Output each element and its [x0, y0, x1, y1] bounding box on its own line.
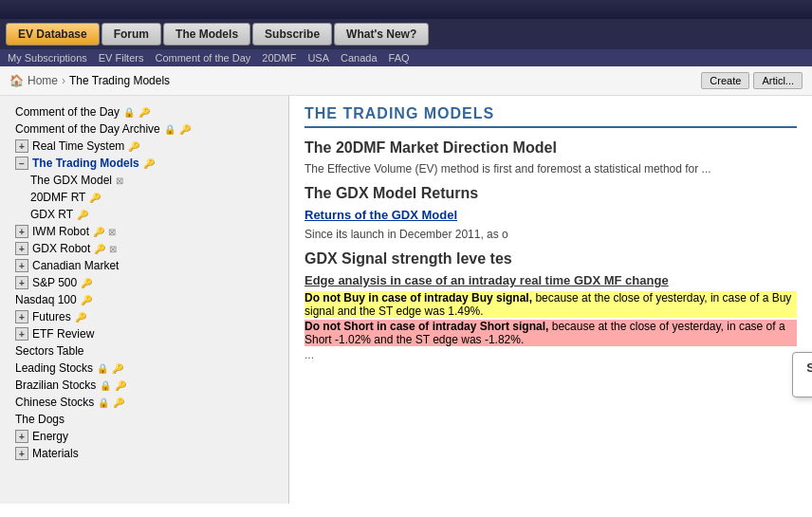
section3-title: GDX Signal strength leve tes — [304, 250, 797, 268]
key-icon-trading-models: 🔑 — [143, 158, 155, 169]
sidebar-canadian-label: Canadian Market — [32, 259, 119, 272]
key-icon-1: 🔑 — [179, 124, 191, 135]
key-icon-real-time: 🔑 — [128, 141, 139, 152]
sidebar-leading-label: Leading Stocks — [15, 361, 93, 375]
expand-icon-real-time: + — [15, 139, 28, 153]
sub-nav: My Subscriptions EV Filters Comment of t… — [0, 49, 812, 66]
sidebar-item-brazilian-stocks[interactable]: Brazilian Stocks 🔒 🔑 — [0, 377, 288, 394]
key-icon-gdx-robot: 🔑 — [94, 244, 105, 254]
key-icon-iwm: 🔑 — [93, 227, 104, 237]
nav-whats-new[interactable]: What's New? — [334, 23, 429, 46]
sub-nav-20dmf[interactable]: 20DMF — [262, 52, 296, 64]
sidebar-archive-label: Comment of the Day Archive — [15, 122, 160, 136]
expand-icon-futures: + — [15, 310, 28, 323]
sidebar-trading-models-label: The Trading Models — [32, 157, 139, 170]
sidebar-item-the-dogs[interactable]: The Dogs — [0, 411, 288, 428]
sidebar-item-iwm-robot[interactable]: + IWM Robot 🔑 ⊠ — [0, 223, 288, 240]
nav-ev-database[interactable]: EV Database — [6, 23, 100, 46]
sidebar-item-sectors-table[interactable]: Sectors Table — [0, 342, 288, 360]
key-icon-20dmf: 🔑 — [89, 193, 101, 203]
sidebar-item-nasdaq[interactable]: Nasdaq 100 🔑 — [0, 291, 288, 308]
key-icon-brazilian: 🔑 — [115, 380, 126, 391]
sidebar-item-etf-review[interactable]: + ETF Review — [0, 325, 288, 342]
sidebar-brazilian-label: Brazilian Stocks — [15, 379, 96, 392]
highlight-short: Do not Short in case of intraday Short s… — [304, 320, 797, 346]
home-icon: 🏠 — [9, 74, 24, 87]
ellipsis-text: ... — [304, 348, 797, 361]
section2-text: Since its launch in December 2011, as o — [304, 228, 797, 241]
sidebar-materials-label: Materials — [32, 447, 79, 460]
sidebar-item-real-time[interactable]: + Real Time System 🔑 — [0, 138, 288, 155]
sub-nav-canada[interactable]: Canada — [341, 52, 378, 64]
section2-link[interactable]: Returns of the GDX Model — [304, 208, 457, 222]
expand-icon-iwm: + — [15, 225, 28, 238]
sidebar-etf-label: ETF Review — [32, 327, 94, 341]
breadcrumb-home[interactable]: Home — [28, 74, 58, 87]
expand-icon-sp500: + — [15, 276, 28, 289]
nav-subscribe[interactable]: Subscribe — [252, 23, 332, 46]
sub-nav-comment-of-the-day[interactable]: Comment of the Day — [155, 52, 250, 64]
highlight-short-bold: Do not Short in case of intraday Short s… — [304, 320, 548, 333]
main-layout: Comment of the Day 🔒 🔑 Comment of the Da… — [0, 96, 812, 504]
sub-nav-usa[interactable]: USA — [307, 52, 329, 64]
gdx-icon: ⊠ — [116, 175, 123, 186]
key-icon-gdx-rt: 🔑 — [77, 210, 88, 220]
sidebar-item-materials[interactable]: + Materials — [0, 445, 288, 462]
lock-icon-0: 🔒 — [123, 107, 135, 118]
sub-nav-my-subscriptions[interactable]: My Subscriptions — [8, 52, 87, 64]
expand-icon-canadian: + — [15, 259, 28, 272]
expand-icon-gdx-robot: + — [15, 242, 28, 255]
sidebar-item-20dmf-rt[interactable]: 20DMF RT 🔑 — [0, 189, 288, 206]
collapse-icon-trading-models: − — [15, 157, 28, 170]
tooltip-text: Strength of March 28's close — [806, 360, 812, 389]
sidebar-sectors-label: Sectors Table — [15, 344, 84, 358]
sub-nav-faq[interactable]: FAQ — [389, 52, 410, 64]
content-area: Strength of March 28's close ↙ THE TRADI… — [289, 96, 812, 504]
sidebar-sp500-label: S&P 500 — [32, 276, 77, 289]
breadcrumb: 🏠 Home › The Trading Models Create Artic… — [0, 66, 812, 96]
sidebar-item-gdx-robot[interactable]: + GDX Robot 🔑 ⊠ — [0, 240, 288, 257]
key-icon-chinese: 🔑 — [113, 397, 124, 408]
create-button[interactable]: Create — [701, 72, 749, 89]
sidebar-item-comment-of-day[interactable]: Comment of the Day 🔒 🔑 — [0, 103, 288, 120]
sidebar-20dmf-rt-label: 20DMF RT — [30, 191, 85, 204]
lock-icon-brazilian: 🔒 — [100, 380, 111, 391]
sidebar-item-futures[interactable]: + Futures 🔑 — [0, 308, 288, 325]
sidebar-item-chinese-stocks[interactable]: Chinese Stocks 🔒 🔑 — [0, 394, 288, 411]
nav-models[interactable]: The Models — [163, 23, 250, 46]
key-icon-nasdaq: 🔑 — [81, 295, 92, 305]
expand-icon-energy: + — [15, 430, 28, 443]
iwm-special-icon: ⊠ — [108, 227, 116, 237]
top-header — [0, 0, 812, 19]
sidebar-futures-label: Futures — [32, 310, 71, 323]
lock-icon-1: 🔒 — [164, 124, 175, 135]
sidebar-item-energy[interactable]: + Energy — [0, 428, 288, 445]
sidebar-comment-label: Comment of the Day — [15, 105, 120, 119]
sidebar-item-leading-stocks[interactable]: Leading Stocks 🔒 🔑 — [0, 360, 288, 377]
sidebar-chinese-label: Chinese Stocks — [15, 396, 94, 409]
sidebar-item-trading-models[interactable]: − The Trading Models 🔑 — [0, 155, 288, 172]
sidebar-item-canadian-market[interactable]: + Canadian Market — [0, 257, 288, 274]
sidebar-real-time-label: Real Time System — [32, 139, 124, 153]
sidebar-gdx-robot-label: GDX Robot — [32, 242, 90, 255]
sidebar-nasdaq-label: Nasdaq 100 — [15, 293, 77, 306]
tooltip-callout: Strength of March 28's close ↙ — [792, 352, 812, 397]
section2-title: The GDX Model Returns — [304, 185, 797, 202]
content-title: THE TRADING MODELS — [304, 105, 797, 128]
sidebar-energy-label: Energy — [32, 430, 68, 443]
gdx-robot-icon: ⊠ — [109, 244, 117, 254]
sidebar-item-comment-archive[interactable]: Comment of the Day Archive 🔒 🔑 — [0, 120, 288, 138]
breadcrumb-separator: › — [62, 74, 65, 87]
sidebar-item-sp500[interactable]: + S&P 500 🔑 — [0, 274, 288, 291]
article-button[interactable]: Articl... — [753, 72, 803, 89]
sidebar-item-gdx-model[interactable]: The GDX Model ⊠ — [0, 172, 288, 189]
sidebar-item-gdx-rt[interactable]: GDX RT 🔑 — [0, 206, 288, 223]
key-icon-futures: 🔑 — [75, 312, 86, 323]
sidebar-dogs-label: The Dogs — [15, 413, 65, 426]
nav-forum[interactable]: Forum — [102, 23, 161, 46]
key-icon-leading: 🔑 — [112, 363, 123, 374]
lock-icon-chinese: 🔒 — [98, 397, 109, 408]
section1-title: The 20DMF Market Direction Model — [304, 139, 797, 157]
key-icon-0: 🔑 — [138, 107, 150, 118]
sub-nav-ev-filters[interactable]: EV Filters — [99, 52, 144, 64]
